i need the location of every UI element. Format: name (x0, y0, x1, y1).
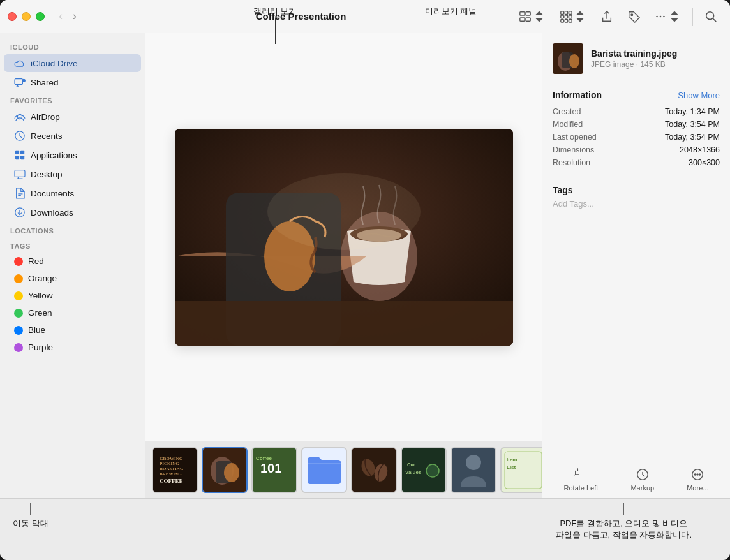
svg-point-16 (663, 15, 665, 17)
sidebar-icloud-header: iCloud (0, 38, 145, 54)
toolbar-right (514, 8, 722, 26)
filmstrip-item-barista[interactable] (202, 447, 248, 493)
filmstrip[interactable]: GROWING PICKING ROASTING BREWING COFFEE (145, 441, 542, 498)
info-row-last-opened: Last opened Today, 3:54 PM (553, 131, 720, 144)
info-title: Information (553, 90, 602, 100)
svg-point-14 (656, 15, 658, 17)
preview-file-meta: Barista training.jpeg JPEG image · 145 K… (591, 48, 720, 69)
sidebar-item-green[interactable]: Green (4, 305, 141, 321)
markup-button[interactable]: Markup (630, 468, 654, 492)
svg-rect-2 (520, 17, 525, 20)
svg-text:BREWING: BREWING (160, 471, 182, 476)
info-key-last-opened: Last opened (553, 133, 597, 142)
sidebar-item-yellow[interactable]: Yellow (4, 288, 141, 304)
svg-point-69 (695, 474, 696, 475)
filmstrip-item-coffee-book[interactable]: GROWING PICKING ROASTING BREWING COFFEE (152, 447, 198, 493)
svg-point-70 (697, 474, 698, 475)
filmstrip-item-folder[interactable] (301, 447, 347, 493)
sidebar-red-label: Red (28, 256, 44, 266)
gallery-area[interactable] (145, 33, 542, 441)
sidebar-item-airdrop[interactable]: AirDrop (4, 108, 141, 126)
info-val-last-opened: Today, 3:54 PM (665, 133, 720, 142)
svg-rect-26 (15, 170, 25, 177)
purple-tag-dot (14, 343, 23, 352)
show-more-button[interactable]: Show More (678, 91, 720, 100)
more-actions-label: PDF를 결합하고, 오디오 및 비디오 파일을 다듬고, 작업을 자동화합니다… (556, 518, 692, 541)
info-row-resolution: Resolution 300×300 (553, 156, 720, 169)
minimize-button[interactable] (22, 12, 31, 21)
rotate-left-button[interactable]: Rotate Left (564, 468, 599, 492)
more-options-button[interactable] (649, 8, 686, 26)
sidebar-item-desktop[interactable]: Desktop (4, 165, 141, 183)
sidebar-documents-label: Documents (31, 189, 74, 198)
svg-text:Our: Our (407, 462, 415, 467)
svg-rect-18 (15, 79, 22, 85)
main-content: iCloud iCloud Drive (0, 33, 730, 498)
filmstrip-item-menu[interactable]: Coffee 101 (251, 447, 297, 493)
svg-rect-4 (561, 11, 564, 14)
sidebar-item-red[interactable]: Red (4, 253, 141, 269)
filmstrip-item-green[interactable]: Item List (500, 447, 542, 493)
svg-point-15 (660, 15, 662, 17)
sidebar-item-blue[interactable]: Blue (4, 322, 141, 338)
svg-rect-9 (569, 15, 572, 18)
tags-section: Tags Add Tags... (542, 177, 730, 216)
sidebar-item-applications[interactable]: Applications (4, 146, 141, 164)
sidebar-item-recents[interactable]: Recents (4, 127, 141, 145)
info-key-dimensions: Dimensions (553, 145, 594, 154)
sidebar-item-icloud-drive[interactable]: iCloud Drive (4, 54, 141, 72)
svg-point-17 (706, 11, 714, 19)
forward-button[interactable]: › (69, 8, 80, 24)
finder-window: ‹ › Coffee Presentation (0, 0, 730, 560)
icloud-drive-icon (14, 57, 26, 69)
info-key-resolution: Resolution (553, 158, 590, 167)
info-key-created: Created (553, 107, 581, 116)
svg-point-19 (22, 79, 26, 82)
back-button[interactable]: ‹ (55, 8, 66, 24)
sidebar: iCloud iCloud Drive (0, 33, 145, 498)
filmstrip-item-beans[interactable] (351, 447, 397, 493)
view-toggle-button[interactable] (514, 8, 551, 26)
filmstrip-item-values[interactable]: Our Values (401, 447, 447, 493)
fullscreen-button[interactable] (36, 12, 45, 21)
svg-point-58 (466, 455, 481, 470)
add-tags-placeholder[interactable]: Add Tags... (553, 199, 720, 209)
sidebar-item-documents[interactable]: Documents (4, 184, 141, 202)
sidebar-item-shared[interactable]: Shared (4, 73, 141, 91)
window-title: Coffee Presentation (88, 11, 514, 22)
sidebar-item-purple[interactable]: Purple (4, 339, 141, 355)
svg-rect-24 (15, 156, 19, 159)
info-row-modified: Modified Today, 3:54 PM (553, 118, 720, 131)
info-val-modified: Today, 3:54 PM (665, 120, 720, 129)
svg-text:Values: Values (405, 469, 422, 475)
preview-file-header: Barista training.jpeg JPEG image · 145 K… (542, 33, 730, 82)
svg-point-46 (224, 463, 239, 482)
filmstrip-item-person[interactable] (451, 447, 496, 493)
close-button[interactable] (8, 12, 17, 21)
sidebar-item-downloads[interactable]: Downloads (4, 203, 141, 221)
sidebar-desktop-label: Desktop (31, 170, 63, 179)
info-row-created: Created Today, 1:34 PM (553, 105, 720, 118)
preview-thumbnail (553, 43, 583, 74)
tags-title: Tags (553, 185, 720, 195)
search-button[interactable] (699, 8, 722, 26)
desktop-icon (14, 168, 26, 180)
grid-button[interactable] (555, 8, 592, 26)
more-actions-annotation: PDF를 결합하고, 오디오 및 비디오 파일을 다듬고, 작업을 자동화합니다… (556, 503, 692, 541)
sidebar-item-orange[interactable]: Orange (4, 270, 141, 286)
svg-rect-23 (20, 151, 24, 154)
more-label: More... (687, 484, 708, 492)
traffic-lights (8, 12, 45, 21)
share-button[interactable] (595, 8, 618, 26)
svg-rect-6 (569, 11, 572, 14)
scroll-bar-annotation: 이동 막대 (13, 503, 48, 529)
svg-rect-12 (569, 19, 572, 22)
svg-text:PICKING: PICKING (160, 461, 179, 466)
more-actions-button[interactable]: More... (687, 468, 708, 492)
sidebar-downloads-label: Downloads (31, 208, 73, 217)
title-bar: ‹ › Coffee Presentation (0, 0, 730, 33)
svg-rect-10 (561, 19, 564, 22)
markup-label: Markup (630, 484, 654, 492)
sidebar-yellow-label: Yellow (28, 291, 53, 300)
tag-button[interactable] (622, 8, 645, 26)
